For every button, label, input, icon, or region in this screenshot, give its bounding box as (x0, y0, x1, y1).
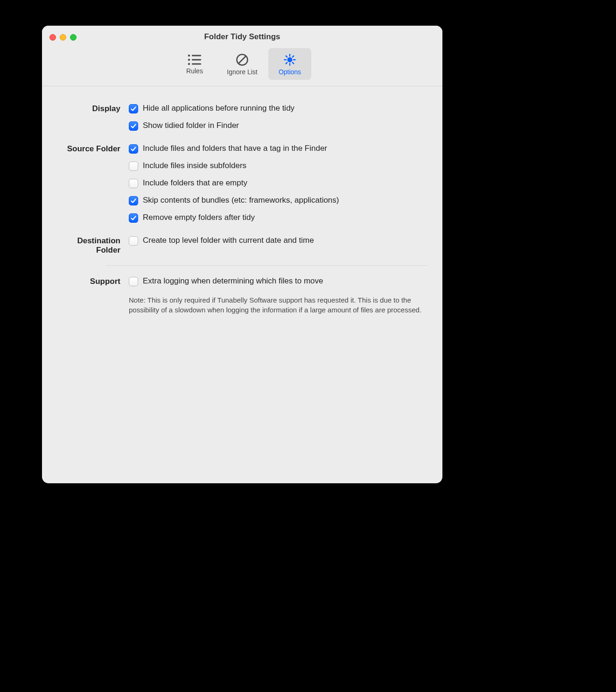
checkbox-remove-empty[interactable] (129, 213, 138, 223)
tab-rules[interactable]: Rules (173, 48, 216, 80)
checkbox-skip-bundles[interactable] (129, 196, 138, 205)
label-include-subfolders: Include files inside subfolders (143, 161, 246, 171)
row-create-dated: Create top level folder with current dat… (129, 235, 428, 246)
row-skip-bundles: Skip contents of bundles (etc: framework… (129, 195, 428, 206)
settings-window: Folder Tidy Settings Rules Ignore List (42, 26, 442, 483)
tab-ignore-list[interactable]: Ignore List (220, 48, 265, 80)
row-include-tagged: Include files and folders that have a ta… (129, 143, 428, 154)
label-show-finder: Show tidied folder in Finder (143, 120, 239, 131)
checkmark-icon (130, 106, 137, 112)
section-display-heading: Display (56, 103, 129, 113)
row-remove-empty: Remove empty folders after tidy (129, 212, 428, 223)
label-include-empty: Include folders that are empty (143, 178, 247, 189)
label-skip-bundles: Skip contents of bundles (etc: framework… (143, 195, 339, 206)
section-destination-folder: Destination Folder Create top level fold… (56, 231, 428, 260)
row-hide-apps: Hide all applications before running the… (129, 103, 428, 114)
tab-options[interactable]: Options (268, 48, 311, 80)
checkmark-icon (130, 123, 137, 129)
section-source-folder: Source Folder Include files and folders … (56, 139, 428, 231)
checkbox-extra-logging[interactable] (129, 277, 138, 286)
separator (105, 265, 428, 266)
label-extra-logging: Extra logging when determining which fil… (143, 276, 323, 287)
checkmark-icon (130, 215, 137, 221)
checkbox-include-empty[interactable] (129, 179, 138, 188)
titlebar: Folder Tidy Settings Rules Ignore List (42, 26, 442, 86)
content-area: Display Hide all applications before run… (42, 86, 442, 333)
label-include-tagged: Include files and folders that have a ta… (143, 143, 327, 154)
checkbox-show-finder[interactable] (129, 121, 138, 131)
checkbox-create-dated[interactable] (129, 236, 138, 246)
label-create-dated: Create top level folder with current dat… (143, 235, 314, 246)
gear-icon (283, 53, 297, 67)
prohibit-icon (235, 53, 249, 67)
tab-options-label: Options (279, 68, 301, 76)
toolbar: Rules Ignore List Options (42, 48, 442, 80)
list-icon (187, 54, 202, 66)
svg-point-4 (188, 63, 190, 64)
section-display: Display Hide all applications before run… (56, 99, 428, 139)
checkbox-include-tagged[interactable] (129, 144, 138, 154)
window-title: Folder Tidy Settings (42, 32, 442, 42)
checkmark-icon (130, 146, 137, 152)
row-include-subfolders: Include files inside subfolders (129, 161, 428, 171)
svg-rect-1 (192, 55, 201, 56)
svg-point-8 (288, 57, 292, 61)
section-support-heading: Support (56, 276, 129, 286)
svg-rect-5 (192, 63, 201, 64)
tab-ignore-label: Ignore List (227, 68, 257, 76)
checkmark-icon (130, 198, 137, 204)
label-hide-apps: Hide all applications before running the… (143, 103, 294, 114)
svg-line-7 (238, 56, 246, 64)
section-destination-heading: Destination Folder (56, 235, 129, 255)
row-extra-logging: Extra logging when determining which fil… (129, 276, 428, 287)
checkbox-hide-apps[interactable] (129, 104, 138, 113)
svg-rect-3 (192, 59, 201, 60)
row-include-empty: Include folders that are empty (129, 178, 428, 189)
svg-point-2 (188, 58, 190, 60)
support-note: Note: This is only required if Tunabelly… (129, 293, 428, 315)
row-show-finder: Show tidied folder in Finder (129, 120, 428, 131)
label-remove-empty: Remove empty folders after tidy (143, 212, 255, 223)
checkbox-include-subfolders[interactable] (129, 162, 138, 171)
section-support: Support Extra logging when determining w… (56, 271, 428, 319)
section-source-heading: Source Folder (56, 143, 129, 154)
tab-rules-label: Rules (186, 67, 203, 75)
svg-point-0 (188, 54, 190, 56)
